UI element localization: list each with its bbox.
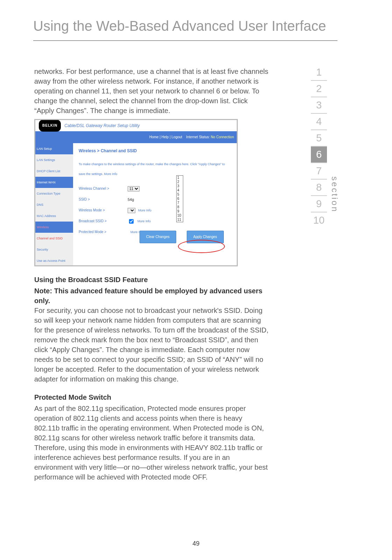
channel-option[interactable]: 11 <box>177 218 183 222</box>
section-nav: 12345678910 <box>311 64 327 228</box>
channel-option[interactable]: 7 <box>177 201 183 205</box>
para-protected: As part of the 802.11g specification, Pr… <box>34 404 269 482</box>
para-broadcast: For security, you can choose not to broa… <box>34 306 269 384</box>
router-header-text: Cable/DSL Gateway Router Setup Utility <box>64 121 140 131</box>
bcast-more-info[interactable]: More Info <box>137 216 151 226</box>
section-nav-5[interactable]: 5 <box>311 130 327 147</box>
wireless-channel-label[interactable]: Wireless Channel > <box>79 184 128 194</box>
protected-mode-label[interactable]: Protected Mode > <box>79 227 128 237</box>
channel-option[interactable]: 4 <box>177 188 183 192</box>
channel-option[interactable]: 9 <box>177 209 183 214</box>
ssid-label[interactable]: SSID > <box>79 195 128 204</box>
heading-protected-mode: Protected Mode Switch <box>34 392 269 402</box>
ssid-value: 54g <box>128 195 134 204</box>
router-nav-item[interactable]: DHCP Client List <box>35 166 73 177</box>
section-label: section <box>330 176 340 213</box>
wireless-mode-label[interactable]: Wireless Mode > <box>79 205 128 215</box>
section-nav-9[interactable]: 9 <box>311 196 327 212</box>
help-text: To make changes to the wireless settings… <box>79 159 231 179</box>
channel-option[interactable]: 5 <box>177 192 183 197</box>
channel-dropdown[interactable]: 1234567891011 <box>176 175 183 222</box>
router-nav-item[interactable]: Channel and SSID <box>35 233 73 244</box>
router-nav-item[interactable]: Wireless <box>35 222 73 233</box>
wireless-mode-select[interactable] <box>128 208 135 213</box>
note-advanced: Note: This advanced feature should be em… <box>34 287 262 304</box>
section-nav-3[interactable]: 3 <box>311 97 327 114</box>
router-topbar: Home | Help | Logout Internet Status: No… <box>35 131 237 143</box>
section-nav-8[interactable]: 8 <box>311 180 327 196</box>
router-screenshot: BELKIN Cable/DSL Gateway Router Setup Ut… <box>34 119 238 266</box>
page-number: 49 <box>0 540 392 547</box>
highlight-circle <box>178 240 225 253</box>
topbar-status-label: Internet Status: <box>186 135 210 139</box>
heading-broadcast-ssid: Using the Broadcast SSID Feature <box>34 275 269 285</box>
para-channel: networks. For best performance, use a ch… <box>34 66 269 115</box>
router-nav-item[interactable]: LAN Settings <box>35 154 73 166</box>
wireless-channel-select[interactable]: 11 <box>128 186 140 191</box>
channel-option[interactable]: 1 <box>177 176 183 180</box>
router-nav-item[interactable]: Security <box>35 244 73 255</box>
section-nav-6[interactable]: 6 <box>311 147 327 163</box>
router-nav-item[interactable]: Internet WAN <box>35 177 73 188</box>
topbar-links[interactable]: Home | Help | Logout <box>149 135 182 139</box>
router-sidebar: LAN SetupLAN SettingsDHCP Client ListInt… <box>35 143 73 266</box>
section-nav-1[interactable]: 1 <box>311 64 327 81</box>
router-nav-item[interactable]: Use as Access Point <box>35 255 73 266</box>
broadcast-ssid-checkbox[interactable] <box>129 219 134 224</box>
section-nav-2[interactable]: 2 <box>311 81 327 97</box>
breadcrumb: Wireless > Channel and SSID <box>79 146 231 156</box>
mode-more-info[interactable]: More Info <box>138 205 151 215</box>
body-column: networks. For best performance, use a ch… <box>34 66 269 485</box>
router-nav-item[interactable]: DNS <box>35 199 73 210</box>
channel-option[interactable]: 10 <box>177 214 183 218</box>
page-title: Using the Web-Based Advanced User Interf… <box>33 18 337 41</box>
router-main: Wireless > Channel and SSID To make chan… <box>73 143 237 266</box>
clear-changes-button[interactable]: Clear Changes <box>140 231 176 243</box>
section-nav-4[interactable]: 4 <box>311 114 327 130</box>
channel-option[interactable]: 3 <box>177 184 183 188</box>
router-nav-item[interactable]: MAC Address <box>35 210 73 222</box>
channel-option[interactable]: 2 <box>177 180 183 184</box>
channel-option[interactable]: 8 <box>177 205 183 209</box>
broadcast-ssid-label[interactable]: Broadcast SSID > <box>79 216 128 226</box>
belkin-logo: BELKIN <box>39 120 61 132</box>
section-nav-7[interactable]: 7 <box>311 163 327 180</box>
router-nav-item[interactable]: LAN Setup <box>35 143 73 154</box>
topbar-status-value: No Connection <box>211 135 234 139</box>
channel-option[interactable]: 6 <box>177 197 183 201</box>
section-nav-10[interactable]: 10 <box>311 212 327 228</box>
router-nav-item[interactable]: Connection Type <box>35 188 73 199</box>
